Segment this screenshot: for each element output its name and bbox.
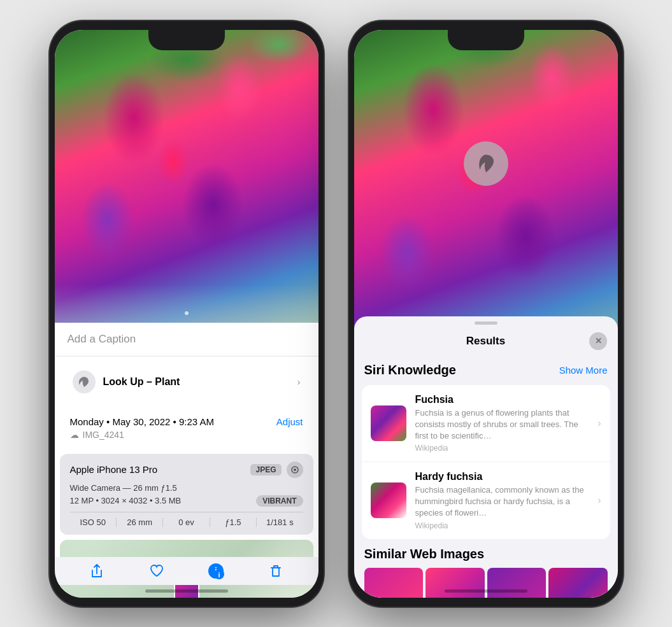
right-phone: Results ✕ Siri Knowledge Show More: [349, 21, 623, 607]
right-notch: [448, 30, 524, 50]
right-screen: Results ✕ Siri Knowledge Show More: [354, 30, 618, 598]
hardy-fuchsia-item[interactable]: Hardy fuchsia Fuchsia magellanica, commo…: [362, 462, 610, 539]
web-image-4[interactable]: [548, 568, 608, 598]
camera-model-row: Apple iPhone 13 Pro JPEG: [70, 461, 303, 478]
notch: [148, 30, 225, 50]
hardy-chevron-icon: ›: [597, 495, 601, 506]
close-button[interactable]: ✕: [589, 332, 607, 350]
photo-dot-indicator: [185, 311, 189, 315]
siri-visual-icon: [464, 141, 508, 186]
caption-area[interactable]: Add a Caption: [55, 323, 318, 356]
mp-row: 12 MP • 3024 × 4032 • 3.5 MB VIBRANT: [70, 495, 303, 507]
svg-text:i: i: [218, 571, 220, 579]
photo-toolbar: i i: [55, 557, 318, 585]
info-button[interactable]: i i: [202, 557, 230, 585]
filename-row: ☁ IMG_4241: [70, 430, 303, 440]
camera-block: Apple iPhone 13 Pro JPEG Wide Camera — 2…: [60, 454, 313, 535]
left-phone: Add a Caption Look Up – Plant › Monday •…: [50, 21, 324, 607]
exif-iso: ISO 50: [70, 518, 117, 527]
fuchsia-description: Fuchsia is a genus of flowering plants t…: [415, 407, 587, 442]
lookup-chevron-icon: ›: [297, 377, 301, 387]
fuchsia-thumb-image: [371, 405, 406, 441]
resolution: 12 MP • 3024 × 4032 • 3.5 MB: [70, 496, 182, 505]
fuchsia-thumbnail: [371, 405, 406, 441]
lookup-row[interactable]: Look Up – Plant ›: [60, 362, 313, 402]
web-images-row: [364, 568, 608, 598]
delete-button[interactable]: [262, 557, 290, 585]
leaf-icon: [78, 376, 90, 388]
date-row: Monday • May 30, 2022 • 9:23 AM Adjust: [70, 416, 303, 427]
exif-row: ISO 50 26 mm 0 ev ƒ1.5 1/181 s: [70, 512, 303, 527]
adjust-button[interactable]: Adjust: [276, 416, 303, 427]
format-badge: JPEG: [250, 464, 281, 476]
web-images-title: Similar Web Images: [364, 547, 608, 561]
exif-shutter: 1/181 s: [257, 518, 303, 527]
web-image-2[interactable]: [425, 568, 485, 598]
photo-date: Monday • May 30, 2022 • 9:23 AM: [70, 416, 214, 427]
hardy-description: Fuchsia magellanica, commonly known as t…: [415, 484, 587, 519]
drag-handle[interactable]: [475, 321, 497, 325]
phones-container: Add a Caption Look Up – Plant › Monday •…: [50, 21, 623, 607]
exif-aperture: ƒ1.5: [210, 518, 257, 527]
siri-knowledge-header: Siri Knowledge Show More: [354, 358, 618, 383]
cloud-icon: ☁: [70, 430, 79, 440]
web-image-3[interactable]: [487, 568, 547, 598]
exif-focal: 26 mm: [117, 518, 163, 527]
camera-model: Apple iPhone 13 Pro: [70, 464, 158, 475]
vibrant-badge: VIBRANT: [256, 495, 303, 507]
results-header: Results ✕: [354, 330, 618, 358]
fuchsia-name: Fuchsia: [415, 394, 587, 405]
lens-info: Wide Camera — 26 mm ƒ1.5: [70, 483, 303, 493]
hardy-fuchsia-thumbnail: [371, 483, 406, 518]
svg-point-1: [294, 468, 296, 471]
web-image-1[interactable]: [364, 568, 424, 598]
hardy-content: Hardy fuchsia Fuchsia magellanica, commo…: [415, 471, 587, 530]
home-bar: [145, 589, 228, 593]
right-photo-image: [354, 30, 618, 348]
results-title: Results: [466, 335, 505, 348]
fuchsia-content: Fuchsia Fuchsia is a genus of flowering …: [415, 394, 587, 453]
lookup-label: Look Up – Plant: [103, 376, 180, 388]
caption-placeholder: Add a Caption: [68, 333, 136, 345]
siri-knowledge-title: Siri Knowledge: [364, 363, 456, 377]
fuchsia-item[interactable]: Fuchsia Fuchsia is a genus of flowering …: [362, 385, 610, 463]
photo-image[interactable]: [55, 30, 318, 323]
results-panel: Results ✕ Siri Knowledge Show More: [354, 316, 618, 598]
exif-ev: 0 ev: [163, 518, 210, 527]
filename: IMG_4241: [83, 430, 124, 440]
favorite-button[interactable]: [143, 557, 171, 585]
camera-settings-icon[interactable]: [287, 461, 303, 478]
right-home-bar: [445, 589, 527, 593]
hardy-name: Hardy fuchsia: [415, 471, 587, 483]
fuchsia-source: Wikipedia: [415, 444, 587, 453]
show-more-button[interactable]: Show More: [559, 365, 608, 376]
meta-block: Monday • May 30, 2022 • 9:23 AM Adjust ☁…: [60, 407, 313, 449]
left-screen: Add a Caption Look Up – Plant › Monday •…: [55, 30, 318, 598]
fuchsia-chevron-icon: ›: [597, 418, 601, 429]
hardy-source: Wikipedia: [415, 521, 587, 530]
share-button[interactable]: [83, 557, 111, 585]
knowledge-card: Fuchsia Fuchsia is a genus of flowering …: [362, 385, 610, 539]
hardy-thumb-image: [371, 483, 406, 518]
camera-badges: JPEG: [250, 461, 303, 478]
lookup-icon: [73, 370, 96, 393]
